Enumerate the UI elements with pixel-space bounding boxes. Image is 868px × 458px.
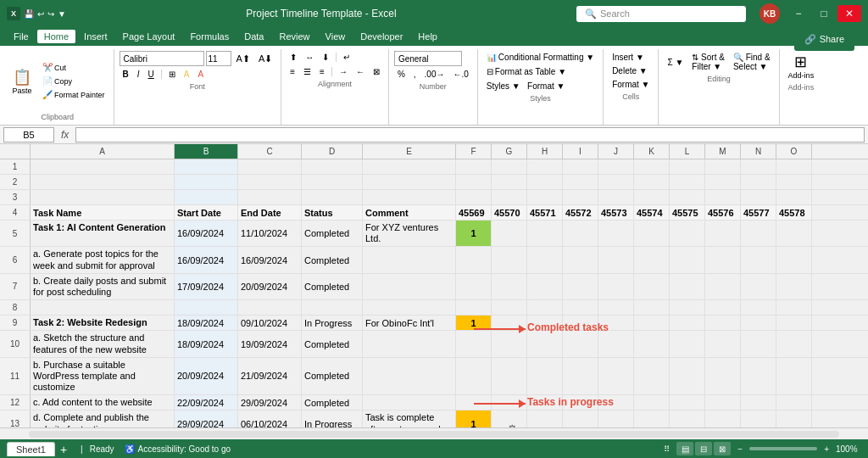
cell[interactable] [741, 175, 776, 189]
cell[interactable]: Completed [302, 395, 363, 410]
cell[interactable] [563, 300, 598, 315]
quick-save[interactable]: 💾 [24, 9, 34, 19]
align-top-btn[interactable]: ⬆ [287, 51, 300, 64]
cell-styles-btn[interactable]: Styles ▼ Format ▼ [483, 80, 598, 92]
autosum-btn[interactable]: Σ ▼ [664, 51, 687, 73]
menu-file[interactable]: File [7, 30, 36, 43]
cell[interactable] [741, 331, 776, 356]
menu-insert[interactable]: Insert [77, 30, 114, 43]
outdent-btn[interactable]: ← [353, 65, 368, 78]
cell[interactable] [705, 331, 741, 356]
cell[interactable] [634, 395, 670, 410]
cell[interactable]: b. Create daily posts and submit for pos… [31, 274, 175, 299]
cell[interactable] [776, 159, 812, 174]
col-header-A[interactable]: A [31, 144, 175, 159]
cell[interactable] [456, 247, 492, 272]
cell[interactable] [492, 274, 527, 299]
cell[interactable] [492, 316, 527, 330]
menu-pagelayout[interactable]: Page Layout [116, 30, 182, 43]
cell[interactable] [705, 221, 741, 246]
zoom-slider[interactable] [749, 447, 817, 450]
format-painter-button[interactable]: 🖌️ Format Painter [39, 88, 108, 101]
cell[interactable] [741, 358, 776, 395]
cell[interactable] [598, 331, 634, 356]
cell[interactable]: 45577 [741, 205, 776, 220]
col-header-C[interactable]: C [238, 144, 302, 159]
close-btn[interactable]: ✕ [837, 5, 861, 22]
cell[interactable] [302, 159, 363, 174]
fill-color-btn[interactable]: A [181, 68, 193, 81]
cell[interactable] [363, 331, 456, 356]
menu-help[interactable]: Help [411, 30, 444, 43]
cell[interactable]: 45570 [492, 205, 527, 220]
cell[interactable] [363, 247, 456, 272]
insert-btn[interactable]: Insert ▼ [609, 51, 653, 64]
cell[interactable] [563, 159, 598, 174]
cell[interactable] [175, 300, 238, 315]
cell[interactable]: Completed [302, 221, 363, 246]
cell[interactable]: 1 [456, 221, 492, 246]
cell[interactable]: 29/09/2024 [238, 395, 302, 410]
cell[interactable] [741, 247, 776, 272]
cell[interactable]: 45578 [776, 205, 812, 220]
merge-btn[interactable]: ⊠ [370, 65, 383, 78]
indent-btn[interactable]: → [336, 65, 351, 78]
cell[interactable]: 20/09/2024 [175, 358, 238, 395]
cell[interactable] [363, 300, 456, 315]
cell[interactable] [492, 190, 527, 204]
cell[interactable] [363, 395, 456, 410]
cell[interactable] [31, 175, 175, 189]
increase-font-btn[interactable]: A⬆ [233, 52, 253, 66]
cell[interactable] [363, 175, 456, 189]
cell[interactable] [705, 175, 741, 189]
cell[interactable] [527, 247, 563, 272]
cell[interactable]: 09/10/2024 [238, 316, 302, 330]
row-number[interactable]: 4 [0, 205, 31, 220]
cell[interactable] [634, 274, 670, 299]
cell[interactable] [527, 221, 563, 246]
add-sheet-btn[interactable]: + [60, 443, 67, 456]
cell[interactable] [302, 190, 363, 204]
cell[interactable] [302, 175, 363, 189]
cell[interactable] [563, 316, 598, 330]
cell[interactable] [31, 300, 175, 315]
underline-button[interactable]: U [145, 68, 158, 81]
cell[interactable] [741, 221, 776, 246]
cell[interactable] [527, 358, 563, 395]
align-left-btn[interactable]: ≡ [287, 65, 298, 78]
cell[interactable] [634, 175, 670, 189]
number-format-input[interactable] [394, 51, 462, 66]
col-header-D[interactable]: D [302, 144, 363, 159]
zoom-out-btn[interactable]: − [737, 444, 743, 454]
cell[interactable] [492, 331, 527, 356]
cell[interactable]: Completed [302, 274, 363, 299]
cell[interactable] [31, 190, 175, 204]
comma-btn[interactable]: , [410, 68, 420, 81]
italic-button[interactable]: I [134, 68, 143, 81]
cell[interactable] [527, 190, 563, 204]
cell[interactable] [741, 274, 776, 299]
cell[interactable] [302, 300, 363, 315]
cell[interactable] [363, 274, 456, 299]
cell[interactable] [363, 190, 456, 204]
col-header-F[interactable]: F [456, 144, 492, 159]
cell[interactable] [598, 316, 634, 330]
cell[interactable]: For XYZ ventures Ltd. [363, 221, 456, 246]
col-header-B[interactable]: B [175, 144, 238, 159]
cell[interactable] [238, 300, 302, 315]
cell[interactable] [456, 331, 492, 356]
zoom-in-btn[interactable]: + [824, 444, 829, 454]
redo-btn[interactable]: ↪ [47, 9, 54, 19]
cell[interactable] [776, 221, 812, 246]
cell[interactable] [527, 274, 563, 299]
cell[interactable] [527, 316, 563, 330]
cell[interactable] [741, 190, 776, 204]
cell[interactable] [634, 221, 670, 246]
align-center-btn[interactable]: ☰ [300, 65, 314, 78]
cell[interactable] [563, 358, 598, 395]
cell[interactable] [563, 274, 598, 299]
cell[interactable] [238, 175, 302, 189]
format-as-table-btn[interactable]: ⊟ Format as Table ▼ [483, 65, 598, 78]
cell[interactable] [598, 300, 634, 315]
row-number[interactable]: 7 [0, 274, 31, 299]
